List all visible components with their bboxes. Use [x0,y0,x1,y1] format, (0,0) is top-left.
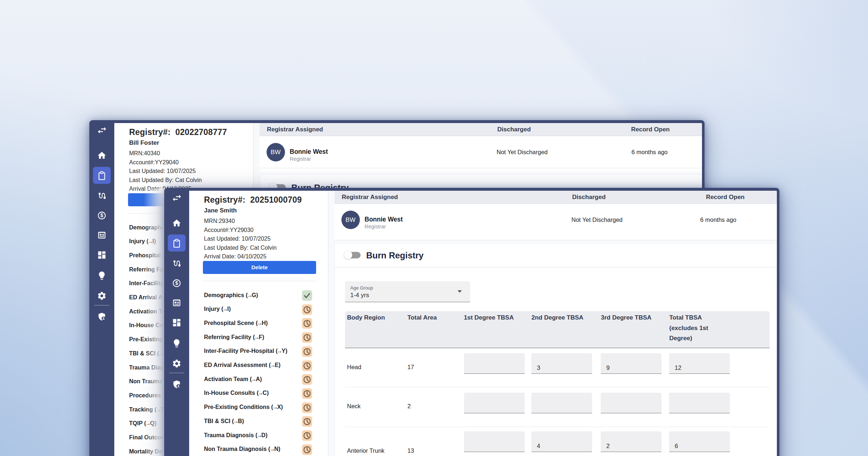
svg-text:$: $ [175,280,178,286]
svg-text:$: $ [101,212,103,218]
